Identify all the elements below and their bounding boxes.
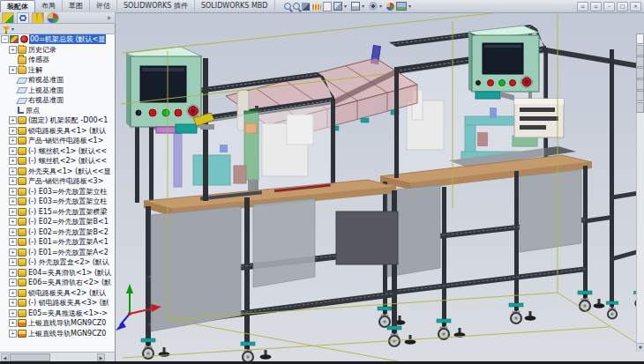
doc-window-button-1[interactable]: ▫ [577, 2, 588, 11]
tab-assembly[interactable]: 装配体 [0, 0, 35, 12]
doc-window-button-2[interactable]: ▫ [590, 2, 602, 11]
expander-icon[interactable]: + [9, 147, 17, 155]
filter-icon[interactable] [3, 26, 10, 32]
mbd-annotation-icon[interactable] [323, 2, 332, 11]
filter-dropdown-icon[interactable]: ▾ [11, 26, 14, 32]
tree-item[interactable]: + (-) E02=外壳放置架B<1 [0, 217, 116, 227]
task-pane-tab-5[interactable] [636, 79, 644, 90]
task-pane-tab-7[interactable] [636, 102, 644, 113]
measure-icon[interactable] [311, 4, 321, 10]
tree-item[interactable]: + (-) 螺丝机<2> (默认<< [0, 156, 116, 167]
tab-solidworks-addins[interactable]: SOLIDWORKS 插件 [117, 0, 195, 11]
tree-item[interactable]: + E05=夹具推送板<1>-> [0, 308, 116, 319]
tree-item[interactable]: + 产品-锡铝件电路板<1> [0, 136, 116, 146]
task-pane-tab-1[interactable] [636, 33, 644, 44]
expander-icon[interactable]: + [9, 177, 17, 185]
tree-item[interactable]: + 锁电路板夹具<1> (默认 [0, 126, 116, 137]
graphics-area[interactable] [116, 12, 644, 361]
apply-scene-icon[interactable] [396, 2, 407, 11]
graphics-viewport[interactable] [116, 12, 644, 361]
minimize-button[interactable]: – [603, 2, 615, 11]
tree-item[interactable]: + 历史记录 [0, 45, 116, 56]
insert-components-button[interactable] [2, 12, 14, 24]
expander-icon[interactable]: + [9, 258, 17, 266]
expander-icon[interactable]: + [9, 228, 17, 236]
expander-icon[interactable]: + [9, 330, 17, 338]
mate-button[interactable] [17, 12, 29, 24]
expander-icon[interactable]: + [9, 218, 17, 226]
tree-item[interactable]: + 产品-锡铝件电路板<3> [0, 176, 116, 187]
expander-icon[interactable]: + [9, 66, 17, 74]
tree-item[interactable]: + (-) E15=外壳放置架横梁 [0, 207, 116, 218]
tree-item[interactable]: − 00=机架总装 (默认<显 [0, 34, 108, 45]
expander-icon[interactable]: + [9, 157, 17, 165]
expander-icon[interactable]: + [9, 279, 17, 286]
tree-item[interactable]: + 注解 [0, 65, 116, 76]
expander-icon[interactable]: + [9, 116, 17, 124]
expander-icon[interactable]: + [9, 167, 17, 175]
expander-icon[interactable]: + [9, 299, 17, 307]
expander-icon[interactable]: + [9, 137, 17, 145]
expander-icon[interactable]: + [9, 188, 17, 196]
expander-icon[interactable]: + [9, 127, 17, 135]
tree-item[interactable]: + (-) 外壳放置盒<2> (默认 [0, 257, 116, 268]
tree-horizontal-scrollbar[interactable]: ◀ ▶ [0, 352, 116, 361]
tree-item[interactable]: + (-) E03=外壳放置架立柱 [0, 187, 116, 197]
tree-item[interactable]: + 锁电路板夹具<2> (默认 [0, 288, 116, 299]
tree-item[interactable]: 原点 [0, 106, 116, 116]
task-pane-tab-4[interactable] [636, 68, 644, 78]
white-device[interactable] [514, 99, 564, 137]
task-pane-tab-6[interactable] [636, 91, 644, 101]
expander-icon[interactable]: + [9, 269, 17, 277]
expander-icon[interactable]: − [1, 35, 9, 43]
tree-item[interactable]: + E06=夹具滑轨右<2> (默 [0, 278, 116, 288]
hide-show-items-icon[interactable] [369, 2, 378, 11]
tree-item[interactable]: + (-) E02=外壳放置架B<2 [0, 227, 116, 238]
display-style-icon[interactable] [351, 2, 360, 11]
dropdown-icon[interactable]: ▾ [362, 2, 367, 11]
section-view-icon[interactable] [302, 3, 310, 11]
tree-item[interactable]: + (-) E01=外壳放置架A<1 [0, 237, 116, 248]
tree-item[interactable]: + 外壳夹具<1> (默认<<显 [0, 167, 116, 177]
dropdown-icon[interactable]: ▾ [408, 2, 414, 11]
view-orientation-icon[interactable] [333, 2, 342, 11]
close-button[interactable]: × [630, 2, 641, 11]
expander-icon[interactable]: + [9, 309, 17, 317]
tab-evaluate[interactable]: 评估 [90, 0, 117, 11]
expander-icon[interactable]: + [9, 238, 17, 246]
scroll-down-arrow[interactable]: ▼ [637, 343, 644, 352]
zoom-fit-icon[interactable] [284, 3, 291, 10]
tab-sketch[interactable]: 草图 [63, 0, 90, 11]
tree-item[interactable]: + (-) E01=外壳放置架A<2 [0, 248, 116, 258]
tree-item[interactable]: + 上银直线导轨MGN9CZ0 [0, 318, 116, 329]
appearances-button[interactable] [47, 12, 59, 24]
tab-solidworks-mbd[interactable]: SOLIDWORKS MBD [195, 0, 275, 11]
tree-item[interactable]: + E04=夹具滑轨<1> (默认 [0, 268, 116, 279]
hmi-panel-right[interactable] [468, 26, 539, 100]
expander-icon[interactable]: + [9, 46, 17, 54]
component-pattern-button[interactable] [32, 12, 44, 24]
edit-appearance-icon[interactable] [386, 3, 394, 11]
scroll-thumb[interactable] [10, 353, 50, 361]
scroll-left-arrow[interactable]: ◀ [1, 353, 9, 361]
task-pane-tab-2[interactable] [636, 45, 644, 56]
tree-item[interactable]: 前视基准面 [0, 75, 116, 85]
expander-icon[interactable]: + [9, 208, 17, 216]
tree-item[interactable]: 右视基准面 [0, 95, 116, 106]
expander-icon[interactable]: + [9, 197, 17, 205]
tree-item[interactable]: + (-) 锁电路板夹具<3> (默 [0, 298, 116, 308]
tree-item[interactable]: + (-) 螺丝机<1> (默认<< [0, 146, 116, 157]
expander-icon[interactable]: + [9, 249, 17, 256]
expander-icon[interactable]: + [9, 289, 17, 297]
scroll-right-arrow[interactable]: ▶ [97, 353, 105, 361]
task-pane-tab-3[interactable] [636, 56, 644, 67]
toolbar-overflow-chevron[interactable]: » [107, 14, 111, 22]
tree-item[interactable]: + 上银直线导轨MGN9CZ0 [0, 329, 116, 339]
tree-item[interactable]: 传感器 [0, 55, 116, 65]
expander-icon[interactable]: + [9, 319, 17, 327]
restore-button[interactable]: □ [617, 2, 628, 11]
dropdown-icon[interactable]: ▾ [344, 2, 349, 11]
tree-item[interactable]: + (-) E03=外壳放置架立柱 [0, 197, 116, 207]
tree-item[interactable]: + (固定) 机架装配 -D00<1 [0, 115, 116, 126]
tab-layout[interactable]: 布局 [35, 0, 63, 11]
